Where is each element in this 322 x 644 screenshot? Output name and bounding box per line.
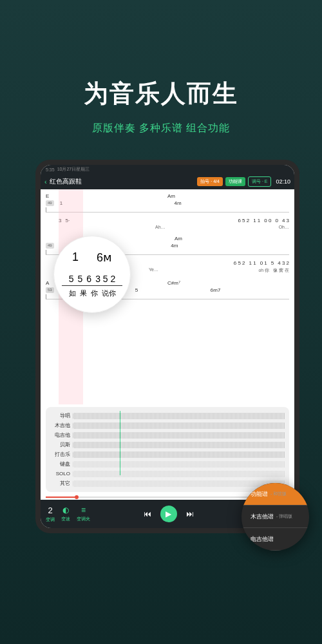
status-date: 10月27日星期三: [57, 166, 90, 173]
chord-row: Am: [175, 236, 289, 242]
chip-key[interactable]: 调号 · E: [248, 176, 272, 187]
track-panel[interactable]: 导唱 木吉他 电吉他 贝斯 打击乐 键盘 SOLO 其它: [46, 407, 289, 492]
mag-note: 6ᴍ: [97, 251, 112, 265]
track-row[interactable]: SOLO: [50, 469, 285, 478]
back-button[interactable]: ‹: [44, 178, 47, 185]
app-header: ‹ 红色高跟鞋 拍号 · 4/4 功能课 调号 · E 02:10: [41, 174, 294, 189]
capo-control[interactable]: ≡ 变调夹: [77, 506, 90, 522]
mag-lyric: 你: [91, 289, 98, 298]
capo-icon: ≡: [81, 506, 86, 515]
hero-title: 为音乐人而生: [0, 77, 322, 110]
transpose-control[interactable]: 2 变调: [46, 506, 55, 523]
status-time: 5:35: [46, 167, 55, 172]
waveform: [73, 442, 285, 448]
mag-lyric: 如: [69, 289, 76, 298]
track-row[interactable]: 贝斯: [50, 440, 285, 450]
mag-note: 3 5 2: [95, 274, 115, 284]
play-button[interactable]: ▶: [160, 506, 177, 522]
waveform: [73, 471, 285, 477]
hero-subtitle: 原版伴奏 多种乐谱 组合功能: [0, 122, 322, 135]
waveform: [73, 480, 285, 487]
chip-time-signature[interactable]: 拍号 · 4/4: [197, 177, 223, 186]
popup-option-electric[interactable]: 电吉他谱: [242, 528, 309, 551]
gauge-icon: ◐: [62, 506, 69, 515]
score-area[interactable]: E Am 49 1 4m 3 5· 6 5 2 1 1 0 0 0: [41, 189, 294, 404]
score-type-popup: 功能谱 - 和弦版 木吉他谱 - 弹唱版 电吉他谱: [242, 483, 309, 551]
waveform: [73, 422, 285, 429]
track-row[interactable]: 打击乐: [50, 450, 285, 459]
mag-note: 5: [78, 274, 83, 284]
mag-note: 6: [86, 274, 91, 284]
mag-note: 1: [72, 251, 79, 265]
duration: 02:10: [276, 178, 290, 185]
track-row[interactable]: 电吉他: [50, 430, 285, 440]
lyric-row: Ye… oh 你 像 窝 在: [149, 267, 289, 274]
magnifier-zoom: 1 6ᴍ 5 5 6 3 5 2 如 果 你 说你: [53, 236, 131, 313]
status-bar: 5:35 10月27日星期三: [41, 165, 294, 174]
tempo-control[interactable]: ◐ 变速: [61, 506, 70, 522]
track-row[interactable]: 导唱: [50, 411, 285, 421]
note-row: 3 5· 6 5 2 1 1 0 0 0 4 3: [59, 218, 289, 223]
track-row[interactable]: 键盘: [50, 459, 285, 469]
waveform: [73, 413, 285, 419]
chip-function[interactable]: 功能课: [225, 177, 245, 186]
lyric-row: Ah… Oh…: [155, 225, 289, 229]
waveform: [73, 451, 285, 458]
waveform: [73, 432, 285, 439]
tablet-screen: 5:35 10月27日星期三 ‹ 红色高跟鞋 拍号 · 4/4 功能课 调号 ·…: [41, 165, 294, 528]
track-row[interactable]: 其它: [50, 478, 285, 488]
popup-option-acoustic[interactable]: 木吉他谱 - 弹唱版: [242, 506, 309, 528]
mag-note: 5: [69, 274, 74, 284]
track-row[interactable]: 木吉他: [50, 421, 285, 430]
seek-thumb[interactable]: [75, 495, 79, 499]
mag-lyric: 说你: [102, 289, 116, 298]
next-button[interactable]: ⏭: [186, 509, 194, 518]
tablet-frame: 5:35 10月27日星期三 ‹ 红色高跟鞋 拍号 · 4/4 功能课 调号 ·…: [35, 160, 299, 533]
waveform: [73, 461, 285, 468]
song-title: 红色高跟鞋: [50, 177, 195, 186]
prev-button[interactable]: ⏮: [144, 509, 151, 518]
mag-lyric: 果: [80, 289, 87, 298]
